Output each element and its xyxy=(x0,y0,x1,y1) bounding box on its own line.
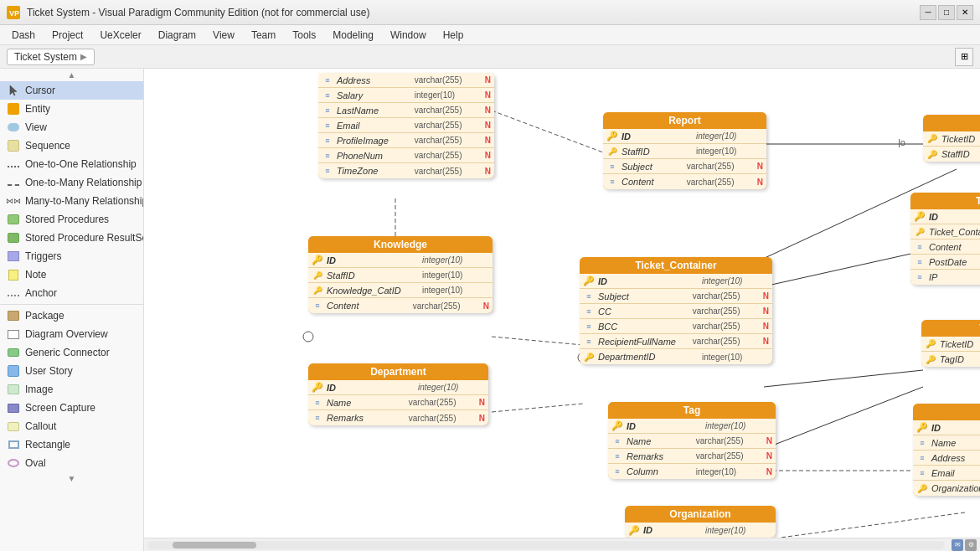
sidebar-item-generic-connector[interactable]: Generic Connector xyxy=(0,343,143,362)
field-icon: ≡ xyxy=(312,412,323,424)
sidebar-divider-1 xyxy=(0,304,143,305)
entity-report[interactable]: Report 🔑 ID integer(10) 🔑 StaffID intege… xyxy=(603,112,766,189)
entity-organization-header: Organization xyxy=(625,506,776,523)
entity-row: ≡ RecipientFullName varchar(255) N xyxy=(580,334,772,349)
horizontal-scroll-thumb[interactable] xyxy=(173,542,256,548)
field-icon: ≡ xyxy=(583,321,595,332)
entity-row: 🔑 ID integer(10) xyxy=(308,380,488,395)
entity-ticket-container[interactable]: Ticket_Container 🔑 ID integer(10) ≡ Subj… xyxy=(580,257,772,364)
fk-icon: 🔑 xyxy=(925,353,936,365)
close-button[interactable]: ✕ xyxy=(957,5,973,20)
sidebar-item-one-to-many[interactable]: One-to-Many Relationship xyxy=(0,173,143,192)
cursor-label: Cursor xyxy=(25,85,55,96)
sidebar-item-package[interactable]: Package xyxy=(0,306,143,325)
entity-row: ≡ Content varchar(255) N xyxy=(308,298,493,313)
sidebar-item-callout[interactable]: Callout xyxy=(0,417,143,435)
sidebar-scroll-down[interactable]: ▼ xyxy=(0,472,143,485)
entity-department[interactable]: Department 🔑 ID integer(10) ≡ Name varch… xyxy=(308,363,488,425)
sidebar-item-anchor[interactable]: Anchor xyxy=(0,284,143,302)
fk-icon: 🔑 xyxy=(312,285,323,296)
fk-icon: 🔑 xyxy=(583,351,595,363)
entity-organization[interactable]: Organization 🔑 ID integer(10) xyxy=(625,506,776,538)
triggers-icon xyxy=(7,250,20,263)
sidebar-item-many-to-many[interactable]: ⋈⋈ Many-to-Many Relationship xyxy=(0,192,143,210)
menu-window[interactable]: Window xyxy=(382,28,435,43)
canvas-scroll[interactable]: |o o| ≡ Address varchar(255) N ≡ xyxy=(144,69,980,551)
entity-row: 🔑 TicketID integer(10) xyxy=(923,131,980,147)
menu-dash[interactable]: Dash xyxy=(3,28,44,43)
sidebar-item-stored-result[interactable]: Stored Procedure ResultSet xyxy=(0,229,143,247)
title-bar: VP Ticket System - Visual Paradigm Commu… xyxy=(0,0,980,25)
menu-help[interactable]: Help xyxy=(435,28,472,43)
fk-icon: 🔑 xyxy=(914,226,926,238)
stored-result-label: Stored Procedure ResultSet xyxy=(25,232,144,244)
field-icon: ≡ xyxy=(322,165,333,177)
entity-ticket-staff[interactable]: Ticket_Staff 🔑 TicketID integer(10) 🔑 St… xyxy=(923,115,980,162)
fk-icon: 🔑 xyxy=(926,133,938,145)
menu-view[interactable]: View xyxy=(204,28,243,43)
package-label: Package xyxy=(25,310,64,322)
entity-row: 🔑 Ticket_ContainerID integer(10) xyxy=(910,224,980,239)
field-icon: ≡ xyxy=(322,135,333,147)
sidebar-item-sequence[interactable]: Sequence xyxy=(0,136,143,155)
sidebar-item-user-story[interactable]: User Story xyxy=(0,362,143,380)
window-controls[interactable]: ─ □ ✕ xyxy=(920,5,973,20)
entity-ticket-reply[interactable]: Ticket_Reply 🔑 ID integer(10) 🔑 Ticket_C… xyxy=(910,193,980,285)
sidebar-item-note[interactable]: Note xyxy=(0,265,143,284)
anchor-icon xyxy=(7,286,20,300)
entity-row: 🔑 ID integer(10) xyxy=(625,523,776,538)
sidebar-item-image[interactable]: Image xyxy=(0,380,143,399)
entity-knowledge[interactable]: Knowledge 🔑 ID integer(10) 🔑 StaffID int… xyxy=(308,236,493,313)
diagram-overview-icon xyxy=(7,327,20,341)
menu-modeling[interactable]: Modeling xyxy=(324,28,382,43)
pk-icon: 🔑 xyxy=(312,382,323,394)
entity-row: ≡ Content varchar(255) N xyxy=(603,174,766,189)
svg-line-5 xyxy=(492,337,583,345)
entity-row: ≡ IP varchar(255) N xyxy=(910,270,980,285)
field-icon: ≡ xyxy=(914,256,926,268)
sidebar-item-view[interactable]: View xyxy=(0,118,143,136)
field-icon: ≡ xyxy=(916,467,928,479)
diagram-overview-label: Diagram Overview xyxy=(25,328,108,340)
svg-line-9 xyxy=(492,404,583,412)
sidebar-item-rectangle[interactable]: Rectangle xyxy=(0,435,143,454)
pk-icon: 🔑 xyxy=(583,276,595,287)
menu-uexceler[interactable]: UeXceler xyxy=(91,28,149,43)
entity-tag[interactable]: Tag 🔑 ID integer(10) ≡ Name varchar(255)… xyxy=(608,402,776,479)
minimize-button[interactable]: ─ xyxy=(920,5,936,20)
sidebar-item-diagram-overview[interactable]: Diagram Overview xyxy=(0,325,143,343)
menu-project[interactable]: Project xyxy=(44,28,91,43)
maximize-button[interactable]: □ xyxy=(938,5,955,20)
entity-row: 🔑 ID integer(10) xyxy=(910,209,980,224)
entity-row: ≡ Subject varchar(255) N xyxy=(580,289,772,304)
menu-tools[interactable]: Tools xyxy=(284,28,324,43)
sidebar-item-one-to-one[interactable]: One-to-One Relationship xyxy=(0,155,143,173)
svg-point-13 xyxy=(303,332,313,342)
entity-row: 🔑 StaffID integer(10) xyxy=(923,147,980,162)
entity-ticket-tag[interactable]: Ticket_Tag 🔑 TicketID integer(10) 🔑 TagI… xyxy=(921,320,980,367)
note-icon xyxy=(7,268,20,281)
one-to-one-label: One-to-One Relationship xyxy=(25,158,137,170)
sidebar-item-entity[interactable]: Entity xyxy=(0,100,143,118)
sidebar-item-screen-capture[interactable]: Screen Capture xyxy=(0,399,143,417)
entity-row: ≡ Email varchar(255) N xyxy=(913,466,980,481)
entity-customer[interactable]: Customer 🔑 ID integer(10) ≡ Name varchar… xyxy=(913,404,980,496)
menu-diagram[interactable]: Diagram xyxy=(150,28,204,43)
fk-icon: 🔑 xyxy=(312,270,323,281)
grid-view-button[interactable]: ⊞ xyxy=(955,48,973,66)
sidebar-item-stored-procedures[interactable]: Stored Procedures xyxy=(0,210,143,229)
breadcrumb[interactable]: Ticket System ▶ xyxy=(7,49,95,65)
expand-icon[interactable]: ✉ xyxy=(952,539,963,551)
sidebar-item-cursor[interactable]: Cursor xyxy=(0,81,143,100)
menu-team[interactable]: Team xyxy=(243,28,284,43)
horizontal-scrollbar[interactable] xyxy=(147,541,945,549)
fk-icon: 🔑 xyxy=(925,338,936,350)
field-icon: ≡ xyxy=(916,452,928,464)
canvas-area[interactable]: |o o| ≡ Address varchar(255) N ≡ xyxy=(144,69,980,551)
settings-icon[interactable]: ⚙ xyxy=(965,539,977,551)
sidebar-item-oval[interactable]: Oval xyxy=(0,454,143,472)
entity-ticket-container-header: Ticket_Container xyxy=(580,257,772,274)
sidebar-scroll-up[interactable]: ▲ xyxy=(0,69,143,81)
entity-row: ≡ Address varchar(255) N xyxy=(318,73,494,88)
sidebar-item-triggers[interactable]: Triggers xyxy=(0,247,143,265)
